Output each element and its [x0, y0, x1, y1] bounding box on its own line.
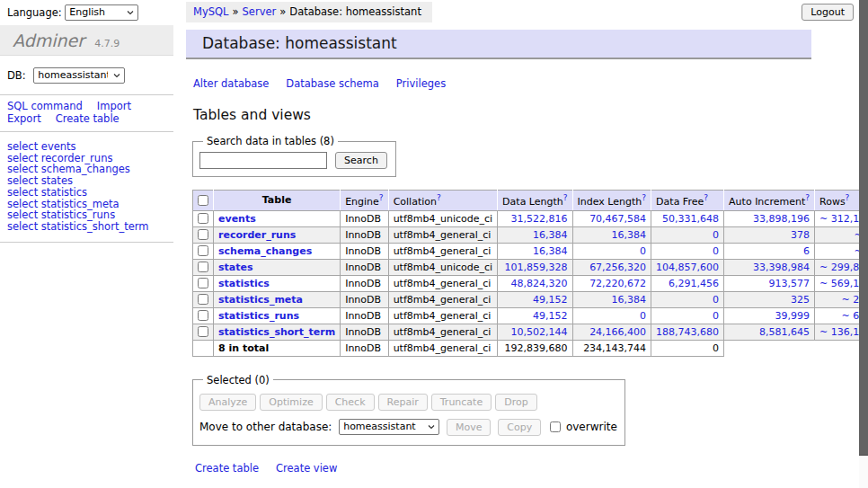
- sidebar-action-link[interactable]: Import: [97, 100, 131, 112]
- sidebar-table-links: select eventsselect recorder_runsselect …: [0, 132, 173, 243]
- data-length-link[interactable]: 49,152: [533, 294, 568, 306]
- table-name-cell: statistics_meta: [214, 291, 341, 307]
- index-length-link[interactable]: 24,166,400: [589, 326, 646, 338]
- index-length-link[interactable]: 16,384: [612, 294, 647, 306]
- sidebar-item-select-states[interactable]: select states: [7, 175, 173, 187]
- sidebar-action-link[interactable]: SQL command: [7, 100, 83, 112]
- overwrite-checkbox[interactable]: [550, 421, 561, 432]
- sidebar-action-link[interactable]: Create table: [56, 112, 120, 125]
- data-free-link[interactable]: 0: [713, 245, 719, 257]
- column-help-link[interactable]: ?: [805, 193, 810, 202]
- database-action-link[interactable]: Database schema: [286, 77, 378, 90]
- copy-button[interactable]: Copy: [498, 419, 541, 436]
- index-length-link[interactable]: 67,256,320: [589, 262, 646, 273]
- row-checkbox[interactable]: [198, 262, 208, 272]
- data-free-link[interactable]: 0: [713, 294, 719, 306]
- repair-button[interactable]: Repair: [378, 394, 428, 411]
- move-db-select[interactable]: homeassistant: [339, 419, 439, 435]
- table-link[interactable]: states: [218, 262, 253, 273]
- index-length-link[interactable]: 16,384: [612, 229, 647, 241]
- index-length-link[interactable]: 0: [640, 310, 646, 322]
- column-header: Data Length?: [498, 191, 572, 211]
- optimize-button[interactable]: Optimize: [260, 394, 322, 411]
- column-help-link[interactable]: ?: [379, 193, 384, 202]
- search-legend: Search data in tables (8): [203, 135, 338, 147]
- analyze-button[interactable]: Analyze: [199, 394, 256, 411]
- table-link[interactable]: statistics_meta: [218, 294, 303, 306]
- data-length-link[interactable]: 16,384: [533, 245, 568, 257]
- row-checkbox[interactable]: [198, 229, 208, 240]
- row-checkbox[interactable]: [198, 326, 208, 337]
- data-free-link[interactable]: 0: [713, 229, 719, 241]
- table-link[interactable]: statistics_runs: [218, 310, 299, 322]
- row-checkbox[interactable]: [198, 245, 208, 256]
- data-length-link[interactable]: 16,384: [533, 229, 568, 241]
- check-button[interactable]: Check: [326, 394, 375, 411]
- drop-button[interactable]: Drop: [495, 394, 536, 411]
- auto-increment-link[interactable]: 39,999: [775, 310, 810, 322]
- breadcrumb-separator: »: [233, 5, 239, 18]
- row-checkbox[interactable]: [198, 278, 208, 288]
- column-help-link[interactable]: ?: [642, 193, 646, 202]
- index-length-link[interactable]: 72,220,672: [589, 278, 646, 289]
- data-free-link[interactable]: 50,331,648: [662, 213, 719, 225]
- column-help-link[interactable]: ?: [563, 193, 568, 202]
- data-length-cell: 49,152: [498, 307, 572, 324]
- move-button[interactable]: Move: [447, 419, 492, 436]
- table-link[interactable]: events: [218, 213, 256, 225]
- column-help-link[interactable]: ?: [437, 193, 441, 202]
- index-length-cell: 67,256,320: [572, 259, 651, 275]
- data-free-link[interactable]: 188,743,680: [656, 326, 719, 338]
- index-length-link[interactable]: 70,467,584: [589, 213, 646, 225]
- auto-increment-link[interactable]: 6: [803, 245, 810, 257]
- truncate-button[interactable]: Truncate: [431, 394, 492, 411]
- data-free-link[interactable]: 6,291,456: [669, 278, 719, 289]
- auto-increment-link[interactable]: 913,577: [769, 278, 810, 289]
- data-free-link[interactable]: 0: [713, 310, 719, 322]
- column-help-link[interactable]: ?: [704, 193, 708, 202]
- table-link[interactable]: schema_changes: [218, 245, 312, 257]
- breadcrumb-link[interactable]: Server: [243, 5, 277, 18]
- data-length-link[interactable]: 31,522,816: [511, 213, 568, 225]
- sidebar-action-link[interactable]: Export: [7, 112, 41, 125]
- db-select[interactable]: homeassistant: [33, 67, 125, 84]
- search-input[interactable]: [199, 152, 327, 169]
- scrollbar-thumb[interactable]: [859, 0, 868, 456]
- row-checkbox[interactable]: [198, 294, 208, 305]
- table-link[interactable]: statistics: [218, 278, 270, 289]
- select-all-checkbox[interactable]: [198, 195, 208, 206]
- row-checkbox[interactable]: [198, 213, 208, 224]
- data-length-link[interactable]: 101,859,328: [505, 262, 568, 273]
- data-length-cell: 49,152: [498, 291, 572, 307]
- index-length-cell: 16,384: [572, 226, 651, 243]
- auto-increment-link[interactable]: 33,898,196: [753, 213, 810, 225]
- index-length-link[interactable]: 0: [640, 245, 646, 257]
- create-link[interactable]: Create table: [195, 462, 259, 475]
- selected-fieldset: Selected (0) AnalyzeOptimizeCheckRepairT…: [192, 374, 625, 446]
- row-checkbox[interactable]: [198, 310, 208, 321]
- engine-cell: InnoDB: [341, 210, 388, 226]
- table-link[interactable]: recorder_runs: [218, 229, 296, 241]
- database-action-link[interactable]: Privileges: [396, 77, 446, 90]
- sidebar-item-select-statistics_short_term[interactable]: select statistics_short_term: [7, 221, 173, 233]
- table-link[interactable]: statistics_short_term: [218, 326, 335, 338]
- auto-increment-link[interactable]: 325: [791, 294, 810, 306]
- vertical-scrollbar[interactable]: [859, 0, 868, 488]
- data-length-link[interactable]: 49,152: [533, 310, 568, 322]
- data-length-link[interactable]: 10,502,144: [511, 326, 568, 338]
- create-link[interactable]: Create view: [276, 462, 337, 475]
- column-help-link[interactable]: ?: [846, 193, 850, 202]
- sidebar-item-select-events[interactable]: select events: [7, 141, 173, 153]
- auto-increment-link[interactable]: 33,398,984: [753, 262, 810, 273]
- data-free-link[interactable]: 104,857,600: [656, 262, 719, 273]
- total-collation-cell: utf8mb4_general_ci: [388, 340, 497, 356]
- auto-increment-link[interactable]: 378: [791, 229, 810, 241]
- table-name-cell: statistics_short_term: [214, 324, 341, 340]
- search-button[interactable]: Search: [335, 152, 387, 169]
- auto-increment-cell: 378: [724, 226, 815, 243]
- data-length-link[interactable]: 48,824,320: [511, 278, 568, 289]
- breadcrumb-link[interactable]: MySQL: [193, 5, 229, 18]
- database-action-link[interactable]: Alter database: [193, 77, 269, 90]
- auto-increment-link[interactable]: 8,581,645: [759, 326, 810, 338]
- sidebar-item-select-statistics[interactable]: select statistics: [7, 187, 173, 199]
